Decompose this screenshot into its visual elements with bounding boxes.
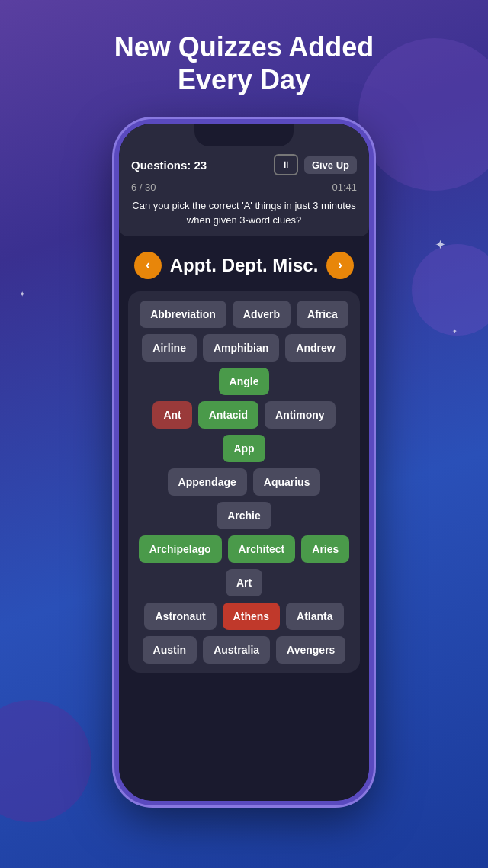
quiz-question-text: Can you pick the correct 'A' things in j… <box>131 199 357 227</box>
clue-section: ‹ Appt. Dept. Misc. › <box>119 240 369 291</box>
answer-abbreviation[interactable]: Abbreviation <box>140 301 226 328</box>
header-controls: ⏸ Give Up <box>274 154 357 175</box>
answer-angle[interactable]: Angle <box>219 368 270 395</box>
answers-row-1: Abbreviation Adverb Africa <box>137 301 351 328</box>
answer-airline[interactable]: Airline <box>142 334 197 362</box>
answer-appendage[interactable]: Appendage <box>168 468 247 496</box>
timer-display: 01:41 <box>332 182 357 193</box>
answers-row-5: Archipelago Architect Aries Art <box>137 535 351 596</box>
phone-notch <box>194 124 294 146</box>
answers-row-6: Astronaut Athens Atlanta <box>137 603 351 630</box>
answer-archie[interactable]: Archie <box>217 502 271 529</box>
questions-label: Questions: 23 <box>131 159 207 172</box>
answer-atlanta[interactable]: Atlanta <box>286 603 343 630</box>
pause-button[interactable]: ⏸ <box>274 154 298 175</box>
answer-adverb[interactable]: Adverb <box>233 301 291 328</box>
answer-aquarius[interactable]: Aquarius <box>253 468 321 496</box>
answer-amphibian[interactable]: Amphibian <box>203 334 279 362</box>
page-title: New Quizzes Added Every Day <box>0 0 488 111</box>
phone-screen: Questions: 23 ⏸ Give Up 6 / 30 01:41 Can… <box>119 124 369 801</box>
answer-aries[interactable]: Aries <box>301 535 349 563</box>
answer-avengers[interactable]: Avengers <box>276 636 345 664</box>
answer-antimony[interactable]: Antimony <box>265 401 336 429</box>
answer-andrew[interactable]: Andrew <box>285 334 345 362</box>
clue-display: Appt. Dept. Misc. <box>162 255 326 276</box>
answer-antacid[interactable]: Antacid <box>198 401 258 429</box>
answers-container: Abbreviation Adverb Africa Airline Amphi… <box>128 291 360 673</box>
answers-row-4: Appendage Aquarius Archie <box>137 468 351 529</box>
next-clue-button[interactable]: › <box>326 252 354 279</box>
answer-ant[interactable]: Ant <box>152 401 191 429</box>
answers-row-3: Ant Antacid Antimony App <box>137 401 351 462</box>
progress-counter: 6 / 30 <box>131 182 156 193</box>
answers-row-7: Austin Australia Avengers <box>137 636 351 664</box>
answer-astronaut[interactable]: Astronaut <box>144 603 216 630</box>
answers-row-2: Airline Amphibian Andrew Angle <box>137 334 351 395</box>
answer-austin[interactable]: Austin <box>143 636 197 664</box>
answer-art[interactable]: Art <box>226 569 262 596</box>
phone-mockup: Questions: 23 ⏸ Give Up 6 / 30 01:41 Can… <box>0 119 488 805</box>
give-up-button[interactable]: Give Up <box>304 156 357 174</box>
answer-athens[interactable]: Athens <box>223 603 280 630</box>
pause-icon: ⏸ <box>281 159 291 170</box>
prev-clue-button[interactable]: ‹ <box>134 252 162 279</box>
answer-australia[interactable]: Australia <box>203 636 270 664</box>
answer-archipelago[interactable]: Archipelago <box>139 535 222 563</box>
phone-body: Questions: 23 ⏸ Give Up 6 / 30 01:41 Can… <box>114 119 374 805</box>
answer-app[interactable]: App <box>223 435 265 462</box>
answer-africa[interactable]: Africa <box>297 301 348 328</box>
answer-architect[interactable]: Architect <box>228 535 296 563</box>
